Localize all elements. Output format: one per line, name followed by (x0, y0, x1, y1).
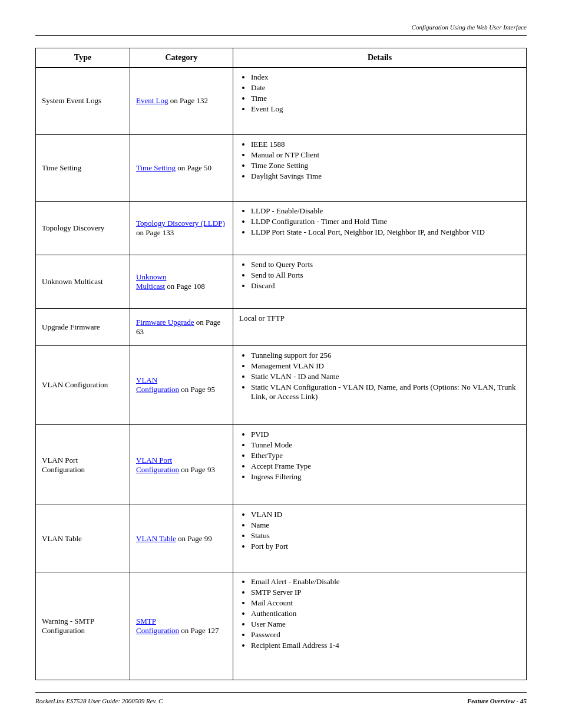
type-cell: VLAN Port Configuration (36, 424, 130, 505)
type-cell: VLAN Table (36, 505, 130, 572)
table-row: Warning - SMTP ConfigurationSMTP Configu… (36, 572, 527, 680)
list-item: SMTP Server IP (251, 588, 520, 597)
category-link[interactable]: VLAN Port Configuration (136, 456, 179, 474)
list-item: Static VLAN Configuration - VLAN ID, Nam… (251, 383, 520, 401)
list-item: Name (251, 521, 520, 530)
category-cell: Firmware Upgrade on Page 63 (130, 308, 233, 345)
type-cell: Warning - SMTP Configuration (36, 572, 130, 680)
list-item: Port by Port (251, 542, 520, 551)
details-cell: Local or TFTP (233, 308, 527, 345)
table-row: VLAN Port ConfigurationVLAN Port Configu… (36, 424, 527, 505)
details-cell: IndexDateTimeEvent Log (233, 68, 527, 135)
list-item: LLDP - Enable/Disable (251, 206, 520, 216)
footer-left: RocketLinx ES7528 User Guide: 2000509 Re… (35, 697, 163, 704)
category-link[interactable]: VLAN Table (136, 534, 176, 543)
list-item: LLDP Port State - Local Port, Neighbor I… (251, 228, 520, 237)
footer-bar: RocketLinx ES7528 User Guide: 2000509 Re… (35, 692, 527, 704)
details-cell: Email Alert - Enable/DisableSMTP Server … (233, 572, 527, 680)
list-item: Daylight Savings Time (251, 172, 520, 181)
list-item: Index (251, 73, 520, 82)
col-header-category: Category (130, 48, 233, 68)
category-cell: Unknown Multicast on Page 108 (130, 255, 233, 309)
category-link[interactable]: VLAN Configuration (136, 375, 179, 394)
list-item: Status (251, 531, 520, 541)
table-row: Unknown MulticastUnknown Multicast on Pa… (36, 255, 527, 309)
type-cell: Upgrade Firmware (36, 308, 130, 345)
list-item: Password (251, 630, 520, 640)
category-link[interactable]: Event Log (136, 96, 168, 105)
table-row: Time SettingTime Setting on Page 50IEEE … (36, 134, 527, 202)
list-item: Event Log (251, 104, 520, 114)
list-item: Send to All Ports (251, 271, 520, 280)
table-header-row: Type Category Details (36, 48, 527, 68)
list-item: Static VLAN - ID and Name (251, 372, 520, 381)
header-bar: Configuration Using the Web User Interfa… (35, 24, 527, 36)
table-row: VLAN TableVLAN Table on Page 99VLAN IDNa… (36, 505, 527, 572)
category-link[interactable]: SMTP Configuration (136, 617, 179, 635)
details-cell: IEEE 1588Manual or NTP ClientTime Zone S… (233, 134, 527, 202)
type-cell: Topology Discovery (36, 202, 130, 255)
list-item: Time (251, 94, 520, 103)
category-cell: Time Setting on Page 50 (130, 134, 233, 202)
col-header-type: Type (36, 48, 130, 68)
list-item: Recipient Email Address 1-4 (251, 641, 520, 650)
category-cell: VLAN Configuration on Page 95 (130, 345, 233, 424)
table-row: System Event LogsEvent Log on Page 132In… (36, 68, 527, 135)
list-item: Send to Query Ports (251, 260, 520, 269)
list-item: Management VLAN ID (251, 361, 520, 371)
list-item: Authentication (251, 609, 520, 618)
list-item: PVID (251, 430, 520, 439)
details-cell: LLDP - Enable/DisableLLDP Configuration … (233, 202, 527, 255)
list-item: Email Alert - Enable/Disable (251, 577, 520, 587)
category-cell: SMTP Configuration on Page 127 (130, 572, 233, 680)
list-item: Discard (251, 281, 520, 291)
footer-right: Feature Overview - 45 (467, 697, 527, 704)
list-item: Manual or NTP Client (251, 150, 520, 160)
type-cell: Time Setting (36, 134, 130, 202)
details-cell: Tunneling support for 256Management VLAN… (233, 345, 527, 424)
table-row: Upgrade FirmwareFirmware Upgrade on Page… (36, 308, 527, 345)
category-cell: Event Log on Page 132 (130, 68, 233, 135)
category-link[interactable]: Unknown Multicast (136, 272, 166, 291)
category-cell: VLAN Port Configuration on Page 93 (130, 424, 233, 505)
category-link[interactable]: Time Setting (136, 163, 176, 172)
list-item: Time Zone Setting (251, 161, 520, 170)
list-item: EtherType (251, 451, 520, 460)
details-cell: Send to Query PortsSend to All PortsDisc… (233, 255, 527, 309)
category-cell: VLAN Table on Page 99 (130, 505, 233, 572)
main-table: Type Category Details System Event LogsE… (35, 48, 527, 680)
category-cell: Topology Discovery (LLDP) on Page 133 (130, 202, 233, 255)
list-item: Mail Account (251, 598, 520, 608)
list-item: Tunneling support for 256 (251, 351, 520, 360)
category-link[interactable]: Topology Discovery (LLDP) (136, 219, 225, 228)
list-item: Accept Frame Type (251, 462, 520, 471)
details-cell: PVIDTunnel ModeEtherTypeAccept Frame Typ… (233, 424, 527, 505)
details-cell: VLAN IDNameStatusPort by Port (233, 505, 527, 572)
list-item: IEEE 1588 (251, 140, 520, 149)
list-item: Tunnel Mode (251, 440, 520, 450)
list-item: LLDP Configuration - Timer and Hold Time (251, 217, 520, 226)
list-item: Ingress Filtering (251, 472, 520, 482)
category-link[interactable]: Firmware Upgrade (136, 318, 194, 327)
list-item: VLAN ID (251, 510, 520, 519)
type-cell: VLAN Configuration (36, 345, 130, 424)
table-row: Topology DiscoveryTopology Discovery (LL… (36, 202, 527, 255)
page: Configuration Using the Web User Interfa… (0, 0, 562, 728)
table-row: VLAN ConfigurationVLAN Configuration on … (36, 345, 527, 424)
header-title: Configuration Using the Web User Interfa… (412, 24, 527, 31)
list-item: Date (251, 83, 520, 93)
type-cell: Unknown Multicast (36, 255, 130, 309)
col-header-details: Details (233, 48, 527, 68)
list-item: User Name (251, 620, 520, 629)
type-cell: System Event Logs (36, 68, 130, 135)
